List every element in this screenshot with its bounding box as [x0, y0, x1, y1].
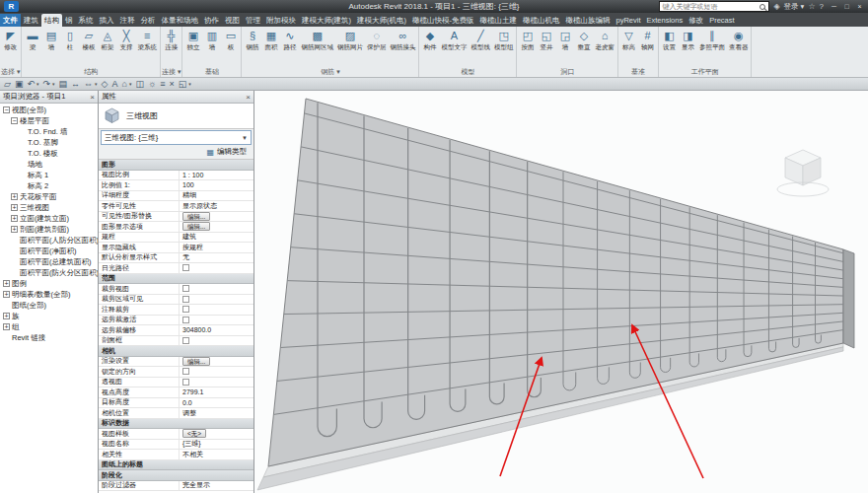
tree-item-标高 2[interactable]: 标高 2 — [0, 180, 98, 191]
tool-模型组[interactable]: ◳模型组 — [492, 28, 516, 52]
property-value[interactable] — [180, 296, 253, 303]
expand-icon[interactable]: + — [3, 323, 10, 330]
edit-button[interactable]: 编辑... — [182, 222, 210, 231]
tree-item-天花板平面[interactable]: +天花板平面 — [0, 191, 98, 202]
property-value[interactable]: {三维} — [180, 439, 253, 449]
tool-独立[interactable]: ▣独立 — [183, 28, 202, 52]
tool-墙[interactable]: ▥墙 — [202, 28, 221, 52]
search-input[interactable] — [660, 2, 757, 11]
tab-pyRevit[interactable]: pyRevit — [614, 14, 644, 27]
tool-钢筋网区域[interactable]: ▩钢筋网区域 — [299, 28, 335, 52]
property-value[interactable]: 编辑... — [180, 222, 253, 231]
revit-logo-icon[interactable]: R — [4, 1, 19, 12]
redo-icon[interactable]: ↷ — [43, 78, 51, 90]
expand-icon[interactable]: + — [11, 204, 18, 211]
tab-橄榄山机电[interactable]: 橄榄山机电 — [520, 14, 563, 27]
print-icon[interactable]: ▤ — [59, 78, 68, 90]
checkbox[interactable] — [182, 264, 189, 271]
tree-item-面积平面(人防分区面积)[interactable]: 面积平面(人防分区面积) — [0, 235, 98, 246]
checkbox[interactable] — [182, 379, 189, 386]
tab-体量和场地[interactable]: 体量和场地 — [159, 14, 202, 27]
tab-协作[interactable]: 协作 — [201, 14, 222, 27]
property-value[interactable] — [180, 264, 253, 271]
tab-注释[interactable]: 注释 — [117, 14, 138, 27]
property-group-标识数据[interactable]: 标识数据 — [99, 419, 253, 430]
expand-icon[interactable]: + — [3, 313, 10, 319]
property-value[interactable]: 建筑 — [180, 232, 253, 242]
tool-标高[interactable]: ▽标高 — [619, 28, 638, 52]
property-value[interactable]: 精细 — [180, 190, 253, 200]
save-icon[interactable]: ▣ — [15, 78, 24, 90]
tool-楼板[interactable]: ▱楼板 — [79, 28, 98, 52]
tool-垂直[interactable]: ◇垂直 — [574, 28, 593, 52]
tab-结构[interactable]: 结构 — [41, 14, 62, 27]
tree-item-组[interactable]: +组 — [0, 321, 98, 332]
close-icon[interactable]: × — [90, 93, 95, 102]
dropdown-arrow-icon[interactable]: ▾ — [52, 81, 55, 87]
tree-item-T.O. 楼板[interactable]: T.O. 楼板 — [0, 148, 98, 159]
property-value[interactable] — [180, 379, 253, 386]
edit-button[interactable]: 编辑... — [182, 357, 210, 366]
tree-item-标高 1[interactable]: 标高 1 — [0, 170, 98, 180]
tool-桁架[interactable]: ◬桁架 — [98, 28, 116, 52]
tool-连接[interactable]: ╬连接 — [162, 28, 181, 52]
tab-插入[interactable]: 插入 — [97, 14, 117, 27]
property-group-图纸上的标题[interactable]: 图纸上的标题 — [99, 460, 253, 471]
property-value[interactable]: 2799.1 — [180, 388, 253, 395]
close-icon[interactable]: × — [853, 1, 866, 12]
dropdown-arrow-icon[interactable]: ▾ — [95, 81, 98, 87]
signin-button[interactable]: 登录▾ — [784, 2, 805, 12]
tree-item-三维视图[interactable]: +三维视图 — [0, 202, 98, 213]
property-value[interactable] — [180, 317, 253, 323]
tool-参照平面[interactable]: ∥参照平面 — [697, 28, 727, 52]
tool-梁[interactable]: ▬梁 — [23, 28, 41, 52]
3d-view[interactable] — [254, 91, 868, 493]
tree-item-明细表/数量(全部)[interactable]: +明细表/数量(全部) — [0, 289, 98, 300]
help-icon[interactable]: ? — [820, 1, 824, 12]
property-value[interactable]: 编辑... — [180, 357, 253, 366]
property-value[interactable]: 完全显示 — [180, 480, 253, 490]
property-value[interactable]: 编辑... — [180, 212, 253, 221]
dimension-icon[interactable]: ⇔ — [84, 78, 93, 90]
tab-Precast[interactable]: Precast — [706, 14, 737, 27]
property-value[interactable]: 显示原状态 — [180, 201, 253, 211]
favorites-icon[interactable]: ☆ — [808, 1, 815, 12]
property-value[interactable]: 100 — [180, 181, 253, 188]
tool-查看器[interactable]: ◉查看器 — [727, 28, 751, 52]
tab-附加模块[interactable]: 附加模块 — [263, 14, 299, 27]
tree-item-面积平面(防火分区面积)[interactable]: 面积平面(防火分区面积) — [0, 267, 98, 278]
tool-按面[interactable]: ◰按面 — [518, 28, 537, 52]
tree-item-图纸(全部)[interactable]: 图纸(全部) — [0, 300, 98, 311]
type-selector[interactable]: 三维视图: {三维} ▼ — [101, 130, 252, 145]
tree-item-剖面(建筑剖面)[interactable]: +剖面(建筑剖面) — [0, 224, 98, 235]
tree-item-场地[interactable]: 场地 — [0, 159, 98, 170]
tool-路径[interactable]: ∿路径 — [280, 28, 299, 52]
tab-分析[interactable]: 分析 — [138, 14, 159, 27]
property-value[interactable]: 调整 — [180, 408, 253, 418]
property-group-图形[interactable]: 图形 — [99, 160, 253, 171]
undo-icon[interactable]: ↶ — [27, 78, 35, 90]
switch-windows-icon[interactable]: ◱ — [179, 78, 187, 90]
tool-支撑[interactable]: ╳支撑 — [116, 28, 135, 52]
tree-item-楼层平面[interactable]: −楼层平面 — [0, 115, 98, 126]
tab-钢[interactable]: 钢 — [62, 14, 76, 27]
tool-修改[interactable]: ◤修改 — [1, 28, 20, 52]
communication-center-icon[interactable]: ◈ — [773, 1, 779, 12]
tab-橄榄山族编辑[interactable]: 橄榄山族编辑 — [563, 14, 614, 27]
tool-梁系统[interactable]: ≡梁系统 — [135, 28, 159, 52]
expand-icon[interactable]: + — [3, 280, 10, 287]
property-value[interactable]: 0.0 — [180, 399, 253, 406]
checkbox[interactable] — [182, 306, 189, 313]
tree-item-族[interactable]: +族 — [0, 311, 98, 321]
tab-建模大师(建筑)[interactable]: 建模大师(建筑) — [299, 14, 354, 27]
search-icon[interactable] — [760, 4, 765, 10]
tab-视图[interactable]: 视图 — [222, 14, 243, 27]
tab-Extensions[interactable]: Extensions — [644, 14, 687, 27]
drawing-area[interactable] — [254, 91, 868, 493]
tree-item-面积平面(总建筑面积)[interactable]: 面积平面(总建筑面积) — [0, 256, 98, 267]
property-value[interactable] — [180, 337, 253, 344]
thin-lines-icon[interactable]: ≡ — [160, 78, 165, 90]
sun-icon[interactable]: ☼ — [148, 78, 156, 90]
tool-钢筋接头[interactable]: ∞钢筋接头 — [388, 28, 417, 52]
tool-保护层[interactable]: ◌保护层 — [365, 28, 389, 52]
